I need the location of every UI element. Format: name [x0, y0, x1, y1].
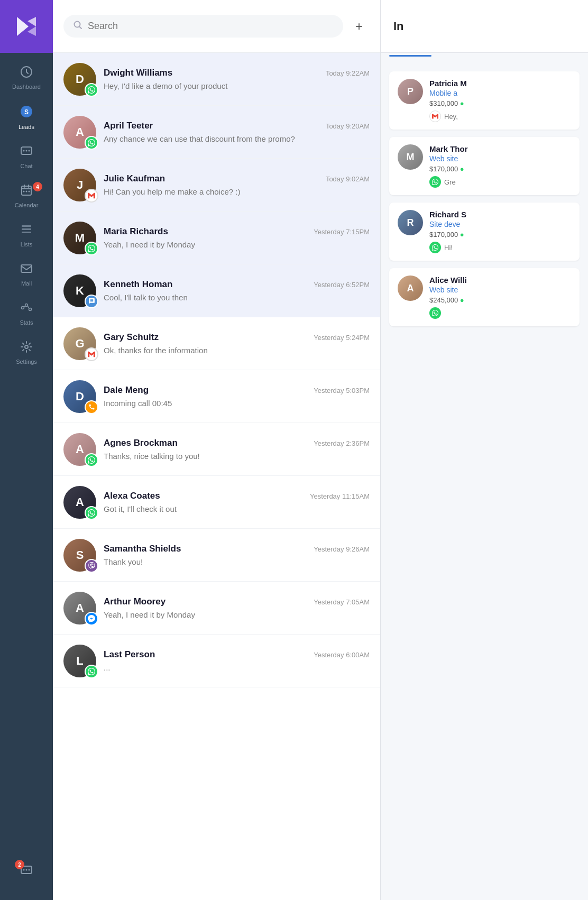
lead-msg-wrap: Hi!	[429, 242, 571, 253]
chat-content: Last Person Yesterday 6:00AM ...	[104, 649, 370, 672]
chat-top: Maria Richards Yesterday 7:15PM	[104, 226, 370, 237]
sidebar-item-chat-label: Chat	[20, 163, 32, 169]
sidebar-item-chat[interactable]: Chat	[0, 137, 53, 177]
calendar-icon	[20, 184, 33, 200]
chat-item[interactable]: S Samantha Shields Yesterday 9:26AM Than…	[53, 529, 380, 582]
whatsapp-badge	[85, 242, 98, 255]
sidebar-item-stats-label: Stats	[20, 319, 33, 326]
chat-time: Yesterday 11:15AM	[310, 492, 370, 500]
sidebar-item-dashboard[interactable]: Dashboard	[0, 58, 53, 97]
whatsapp-badge	[85, 506, 98, 520]
chat-preview: Ok, thanks for the information	[104, 346, 331, 355]
chat-content: Dwight Williams Today 9:22AM Hey, I'd li…	[104, 68, 370, 90]
sidebar-item-dashboard-label: Dashboard	[12, 84, 41, 90]
chat-item[interactable]: L Last Person Yesterday 6:00AM ...	[53, 635, 380, 687]
chat-name: Last Person	[104, 649, 155, 660]
chat-list: D Dwight Williams Today 9:22AM Hey, I'd …	[53, 53, 380, 900]
gmail-badge	[85, 189, 98, 203]
svg-rect-14	[21, 265, 32, 272]
add-button[interactable]: +	[348, 16, 370, 37]
chat-item[interactable]: A Alexa Coates Yesterday 11:15AM Got it,…	[53, 476, 380, 529]
chat-item[interactable]: A Agnes Brockman Yesterday 2:36PM Thanks…	[53, 423, 380, 476]
chat-content: Julie Kaufman Today 9:02AM Hi! Can you h…	[104, 173, 370, 196]
avatar-wrap: A	[63, 116, 96, 149]
svg-point-18	[25, 345, 28, 348]
lead-avatar: A	[398, 275, 423, 301]
chat-top: Julie Kaufman Today 9:02AM	[104, 173, 370, 184]
chat-time: Yesterday 9:26AM	[314, 545, 370, 553]
sidebar: Dashboard S Leads Chat 4	[0, 0, 53, 900]
search-bar[interactable]	[63, 15, 343, 38]
sidebar-item-stats[interactable]: Stats	[0, 294, 53, 333]
sidebar-item-lists[interactable]: Lists	[0, 216, 53, 255]
chat-name: Julie Kaufman	[104, 173, 165, 184]
chat-content: Samantha Shields Yesterday 9:26AM Thank …	[104, 544, 370, 566]
sidebar-item-settings[interactable]: Settings	[0, 333, 53, 372]
sidebar-bottom-chat[interactable]: 2	[20, 857, 33, 889]
messenger-badge	[85, 612, 98, 626]
chat-item[interactable]: G Gary Schultz Yesterday 5:24PM Ok, than…	[53, 317, 380, 370]
chat-time: Yesterday 7:05AM	[314, 598, 370, 606]
chat-item[interactable]: A April Teeter Today 9:20AM Any chance w…	[53, 106, 380, 159]
sidebar-bottom: 2	[20, 857, 33, 900]
sidebar-item-calendar-label: Calendar	[15, 202, 39, 208]
lead-avatar: P	[398, 79, 423, 104]
avatar-wrap: A	[63, 592, 96, 625]
lead-name: Alice Willi	[429, 275, 571, 284]
lead-item[interactable]: A Alice Willi Web site $245,000 ●	[389, 268, 580, 326]
sidebar-item-lists-label: Lists	[21, 241, 33, 247]
svg-point-9	[23, 191, 25, 192]
avatar-wrap: D	[63, 63, 96, 96]
chat-content: Agnes Brockman Yesterday 2:36PM Thanks, …	[104, 438, 370, 461]
sidebar-item-leads[interactable]: S Leads	[0, 97, 53, 137]
svg-rect-11	[22, 225, 31, 227]
chat-time: Yesterday 6:00AM	[314, 651, 370, 659]
svg-point-10	[29, 191, 30, 192]
chat-icon	[20, 145, 33, 161]
search-input[interactable]	[88, 21, 334, 32]
lead-item[interactable]: P Patricia M Mobile a $310,000 ● Hey,	[389, 71, 580, 130]
lead-amount: $170,000 ●	[429, 231, 571, 238]
svg-rect-12	[22, 228, 31, 230]
avatar-wrap: L	[63, 645, 96, 677]
lead-msg: Gre	[444, 178, 456, 186]
svg-point-4	[23, 150, 25, 152]
chat-item[interactable]: K Kenneth Homan Yesterday 6:52PM Cool, I…	[53, 264, 380, 317]
avatar-wrap: A	[63, 433, 96, 466]
chat-name: Arthur Moorey	[104, 596, 166, 607]
chat-name: Dale Meng	[104, 385, 149, 396]
chat-preview: Cool, I'll talk to you then	[104, 293, 331, 302]
chat-content: April Teeter Today 9:20AM Any chance we …	[104, 121, 370, 143]
lead-amount: $310,000 ●	[429, 99, 571, 107]
lead-deal: Mobile a	[429, 89, 571, 97]
svg-rect-13	[22, 232, 31, 233]
chat-preview: Any chance we can use that discount from…	[104, 134, 331, 143]
sidebar-item-mail[interactable]: Mail	[0, 255, 53, 294]
chat-time: Yesterday 5:24PM	[314, 334, 370, 342]
chat-item[interactable]: D Dwight Williams Today 9:22AM Hey, I'd …	[53, 53, 380, 106]
chat-time: Yesterday 5:03PM	[314, 387, 370, 394]
chat-item[interactable]: D Dale Meng Yesterday 5:03PM Incoming ca…	[53, 370, 380, 423]
gmail-badge	[85, 347, 98, 361]
chat-top: Dwight Williams Today 9:22AM	[104, 68, 370, 78]
svg-point-6	[29, 150, 30, 152]
avatar-wrap: A	[63, 486, 96, 519]
lead-item[interactable]: R Richard S Site deve $170,000 ● Hi!	[389, 203, 580, 261]
chat-preview: Hey, I'd like a demo of your product	[104, 81, 331, 90]
chat-time: Yesterday 6:52PM	[314, 281, 370, 289]
lead-item[interactable]: M Mark Thor Web site $170,000 ● Gre	[389, 137, 580, 195]
svg-text:S: S	[24, 108, 29, 116]
lead-msg-wrap: Gre	[429, 176, 571, 188]
sidebar-logo[interactable]	[0, 0, 53, 53]
phone-badge	[85, 400, 98, 414]
chat-item[interactable]: A Arthur Moorey Yesterday 7:05AM Yeah, I…	[53, 582, 380, 635]
sidebar-item-calendar[interactable]: 4 Calendar	[0, 177, 53, 216]
tab-underline	[389, 55, 431, 57]
chat-top: Gary Schultz Yesterday 5:24PM	[104, 332, 370, 343]
chat-item[interactable]: M Maria Richards Yesterday 7:15PM Yeah, …	[53, 212, 380, 264]
whatsapp-badge	[85, 453, 98, 467]
search-icon	[73, 20, 82, 32]
chat-preview: Hi! Can you help me make a choice? :)	[104, 187, 331, 196]
chat-item[interactable]: J Julie Kaufman Today 9:02AM Hi! Can you…	[53, 159, 380, 212]
chat-name: April Teeter	[104, 121, 153, 131]
